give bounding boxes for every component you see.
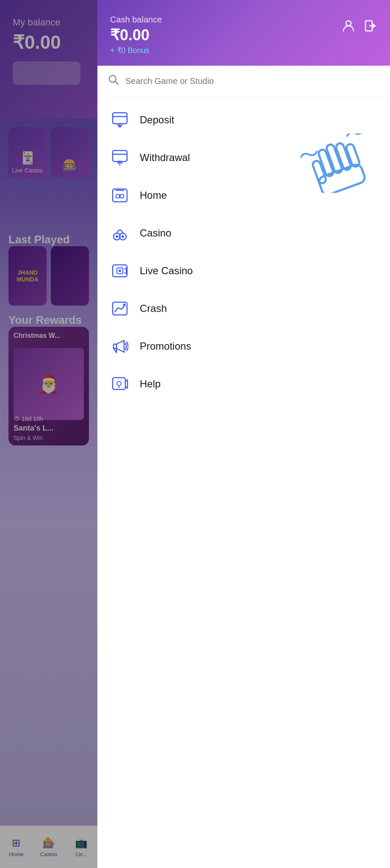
- svg-rect-11: [113, 150, 127, 161]
- home-label: Home: [140, 189, 167, 201]
- svg-point-18: [122, 235, 124, 238]
- svg-point-17: [116, 235, 118, 238]
- svg-rect-10: [113, 113, 127, 124]
- sidebar-header: Cash balance ₹0.00 + ₹0 Bonus: [97, 0, 390, 66]
- svg-rect-14: [120, 195, 124, 198]
- cash-balance-label: Cash balance: [110, 15, 162, 25]
- search-icon: [108, 74, 119, 88]
- deposit-label: Deposit: [140, 114, 174, 126]
- deposit-icon: [110, 110, 129, 129]
- home-icon: [110, 186, 129, 205]
- sidebar-item-crash[interactable]: Crash: [97, 289, 390, 327]
- casino-icon: [110, 223, 129, 242]
- promotions-icon: [110, 337, 129, 356]
- logout-icon[interactable]: [364, 19, 377, 36]
- sidebar-balance: Cash balance ₹0.00 + ₹0 Bonus: [110, 15, 162, 55]
- withdrawal-label: Withdrawal: [140, 152, 190, 164]
- svg-point-21: [119, 270, 121, 272]
- sidebar-menu: Deposit Withdrawal: [97, 97, 390, 407]
- search-input[interactable]: [125, 76, 379, 86]
- crash-label: Crash: [140, 303, 167, 314]
- sidebar-item-withdrawal[interactable]: Withdrawal: [97, 139, 390, 176]
- sidebar-item-promotions[interactable]: Promotions: [97, 327, 390, 365]
- cash-balance-amount: ₹0.00: [110, 26, 162, 44]
- svg-rect-13: [116, 195, 119, 198]
- withdrawal-icon: [110, 148, 129, 167]
- cash-balance-bonus: + ₹0 Bonus: [110, 46, 162, 55]
- svg-line-3: [115, 81, 118, 84]
- svg-point-0: [346, 21, 351, 26]
- profile-icon[interactable]: [342, 19, 355, 36]
- crash-icon: [110, 299, 129, 318]
- sidebar-search-bar[interactable]: [97, 66, 390, 97]
- sidebar-header-icons: [342, 15, 377, 36]
- help-label: Help: [140, 378, 160, 390]
- help-icon: [110, 374, 129, 393]
- sidebar-item-home[interactable]: Home: [97, 176, 390, 214]
- live-casino-icon: [110, 261, 129, 280]
- live-casino-label: Live Casino: [140, 265, 193, 277]
- sidebar-panel: Cash balance ₹0.00 + ₹0 Bonus: [97, 0, 390, 868]
- sidebar-item-live-casino[interactable]: Live Casino: [97, 252, 390, 289]
- sidebar-item-casino[interactable]: Casino: [97, 214, 390, 252]
- promotions-label: Promotions: [140, 340, 191, 352]
- sidebar-item-deposit[interactable]: Deposit: [97, 101, 390, 139]
- svg-point-24: [117, 381, 121, 386]
- casino-label: Casino: [140, 227, 171, 239]
- sidebar-item-help[interactable]: Help: [97, 365, 390, 403]
